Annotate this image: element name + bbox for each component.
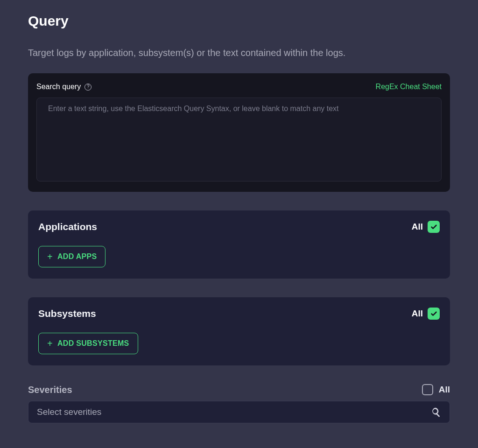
severities-all-label: All (439, 385, 450, 395)
page-title: Query (28, 13, 450, 29)
applications-all-checkbox[interactable] (428, 221, 440, 233)
severities-title: Severities (28, 385, 72, 395)
search-query-label: Search query (36, 83, 81, 91)
severities-select[interactable]: Select severities (28, 401, 450, 423)
severities-placeholder: Select severities (37, 407, 101, 417)
check-icon (430, 224, 437, 231)
search-query-input[interactable] (36, 98, 442, 182)
search-icon (431, 407, 441, 417)
add-apps-button[interactable]: + ADD APPS (38, 246, 105, 267)
check-icon (430, 310, 437, 317)
add-subsystems-label: ADD SUBSYSTEMS (57, 339, 129, 348)
applications-panel: Applications All + ADD APPS (28, 210, 450, 279)
add-subsystems-button[interactable]: + ADD SUBSYSTEMS (38, 333, 138, 354)
applications-all-label: All (412, 222, 423, 232)
plus-icon: + (47, 339, 53, 348)
subsystems-title: Subsystems (38, 308, 96, 319)
help-icon[interactable] (84, 84, 91, 91)
applications-title: Applications (38, 221, 97, 232)
subsystems-panel: Subsystems All + ADD SUBSYSTEMS (28, 297, 450, 365)
add-apps-label: ADD APPS (57, 252, 97, 261)
regex-cheat-sheet-link[interactable]: RegEx Cheat Sheet (376, 83, 442, 91)
subsystems-all-checkbox[interactable] (428, 308, 440, 320)
search-query-panel: Search query RegEx Cheat Sheet (28, 73, 450, 192)
severities-all-checkbox[interactable] (422, 384, 433, 395)
subsystems-all-label: All (412, 308, 423, 319)
page-subtitle: Target logs by application, subsystem(s)… (28, 48, 450, 58)
plus-icon: + (47, 252, 53, 261)
